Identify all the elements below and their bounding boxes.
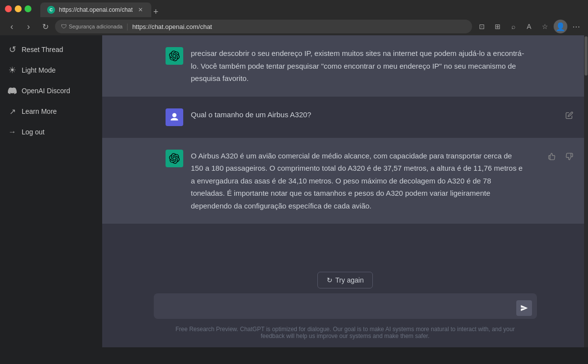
sun-icon: ☀: [8, 66, 17, 75]
sidebar-item-learn-more[interactable]: ↗ Learn More: [0, 101, 102, 122]
more-options-button[interactable]: ⋯: [569, 20, 583, 33]
address-divider: |: [126, 23, 128, 30]
assistant-message-text: O Airbus A320 é um avião comercial de mé…: [191, 150, 525, 212]
profile-button[interactable]: 👤: [554, 20, 567, 33]
send-button[interactable]: [516, 300, 532, 316]
refresh-button[interactable]: ↻: [38, 20, 52, 33]
window-minimize-button[interactable]: [15, 5, 22, 12]
thumbs-up-button[interactable]: [545, 150, 559, 163]
scrollbar-thumb: [585, 36, 588, 76]
message-text-previous: precisar descobrir o seu endereço IP, ex…: [191, 47, 525, 85]
message-inner-assistant: O Airbus A320 é um avião comercial de mé…: [154, 150, 537, 212]
reader-button[interactable]: A: [522, 20, 536, 33]
message-inner-user: Qual o tamanho de um Airbus A320?: [154, 108, 537, 126]
user-message-text: Qual o tamanho de um Airbus A320?: [191, 108, 525, 121]
profile-icon: 👤: [556, 22, 565, 31]
assistant-avatar-previous: [166, 47, 183, 65]
sidebar-item-label-discord: OpenAI Discord: [22, 87, 70, 95]
try-again-button[interactable]: ↻ Try again: [317, 272, 373, 288]
try-again-label: Try again: [336, 276, 364, 284]
sidebar-item-label-learn: Learn More: [22, 107, 57, 115]
forward-icon: ›: [27, 22, 30, 32]
send-icon: [520, 304, 528, 312]
security-label: Segurança adicionada: [69, 24, 122, 29]
window-maximize-button[interactable]: [25, 5, 31, 12]
bottom-area: ↻ Try again Free Research Preview. ChatG…: [102, 264, 588, 347]
favorites-button[interactable]: ☆: [538, 20, 552, 33]
reader-view-button[interactable]: ⊡: [475, 20, 489, 33]
reset-icon: ↺: [8, 45, 17, 54]
external-link-icon: ↗: [8, 107, 17, 116]
forward-button[interactable]: ›: [22, 20, 35, 33]
footer-text: Free Research Preview. ChatGPT is optimi…: [154, 326, 537, 343]
sidebar: ↺ Reset Thread ☀ Light Mode OpenAI Disco…: [0, 35, 102, 347]
window-close-button[interactable]: [5, 5, 12, 12]
shield-icon: 🛡: [61, 23, 67, 30]
search-button[interactable]: ⌕: [506, 20, 520, 33]
app-layout: ↺ Reset Thread ☀ Light Mode OpenAI Disco…: [0, 35, 588, 347]
message-block-user: Qual o tamanho de um Airbus A320?: [102, 97, 588, 138]
address-field[interactable]: 🛡 Segurança adicionada | https://chat.op…: [55, 20, 472, 33]
sidebar-item-label-reset: Reset Thread: [22, 46, 63, 53]
tab-bar: C https://chat.openai.com/chat ✕ +: [35, 0, 583, 17]
chat-input[interactable]: [154, 293, 537, 319]
user-avatar: [166, 108, 183, 126]
window-controls: [5, 5, 31, 12]
user-icon: [169, 112, 180, 123]
thumbs-down-icon: [565, 153, 573, 160]
main-content: precisar descobrir o seu endereço IP, ex…: [102, 35, 588, 347]
sidebar-item-logout[interactable]: → Log out: [0, 122, 102, 142]
assistant-avatar: [166, 150, 183, 167]
new-tab-button[interactable]: +: [153, 7, 159, 17]
message-inner-previous: precisar descobrir o seu endereço IP, ex…: [154, 47, 537, 85]
logout-icon: →: [8, 128, 17, 136]
edit-icon: [565, 111, 573, 119]
back-icon: ‹: [10, 22, 13, 32]
title-bar: C https://chat.openai.com/chat ✕ +: [0, 0, 588, 18]
thumbs-up-icon: [548, 153, 556, 160]
refresh-icon: ↻: [42, 22, 49, 31]
message-block-previous: precisar descobrir o seu endereço IP, ex…: [102, 35, 588, 97]
address-bar: ‹ › ↻ 🛡 Segurança adicionada | https://c…: [0, 18, 588, 35]
tab-favicon: C: [47, 6, 55, 14]
user-message-actions: [562, 108, 576, 122]
chatgpt-icon-previous: [169, 51, 180, 61]
rotate-icon: ↻: [327, 276, 333, 284]
active-tab[interactable]: C https://chat.openai.com/chat ✕: [40, 2, 151, 17]
chat-area[interactable]: precisar descobrir o seu endereço IP, ex…: [102, 35, 588, 264]
sidebar-item-label-light: Light Mode: [22, 66, 56, 74]
chatgpt-icon: [169, 153, 180, 164]
split-view-button[interactable]: ⊞: [491, 20, 504, 33]
sidebar-item-label-logout: Log out: [22, 128, 45, 136]
security-badge: 🛡 Segurança adicionada: [61, 23, 122, 30]
edit-message-button[interactable]: [562, 108, 576, 122]
assistant-message-actions: [545, 150, 576, 163]
message-block-assistant: O Airbus A320 é um avião comercial de mé…: [102, 138, 588, 224]
scrollbar-track: [584, 35, 588, 347]
tab-close-button[interactable]: ✕: [137, 6, 144, 14]
browser-chrome: C https://chat.openai.com/chat ✕ + ‹ › ↻…: [0, 0, 588, 35]
sidebar-item-light-mode[interactable]: ☀ Light Mode: [0, 60, 102, 80]
thumbs-down-button[interactable]: [562, 150, 576, 163]
discord-icon: [8, 86, 17, 95]
sidebar-item-reset-thread[interactable]: ↺ Reset Thread: [0, 39, 102, 60]
address-actions: ⊡ ⊞ ⌕ A ☆ 👤 ⋯: [475, 20, 583, 33]
back-button[interactable]: ‹: [5, 20, 19, 33]
input-area: [154, 293, 537, 321]
tab-title: https://chat.openai.com/chat: [59, 6, 133, 13]
sidebar-item-discord[interactable]: OpenAI Discord: [0, 80, 102, 101]
url-display: https://chat.openai.com/chat: [132, 23, 212, 30]
